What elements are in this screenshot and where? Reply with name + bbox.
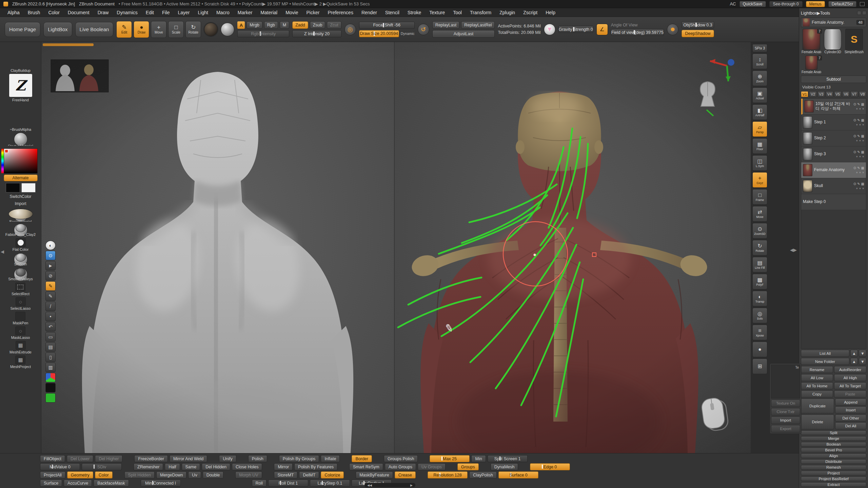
subtool-action-button[interactable]: Copy xyxy=(801,390,833,398)
tool-button[interactable]: Del Higher xyxy=(95,455,122,462)
material-preset[interactable]: SmoothValleys xyxy=(14,268,27,281)
del-other-button[interactable]: Del Other xyxy=(835,414,866,422)
toggle-dot-icon[interactable]: ∘ xyxy=(859,155,861,158)
tool-button[interactable]: MergeDown xyxy=(156,471,186,479)
tool-button[interactable]: Del Lower xyxy=(67,455,93,462)
menu-item[interactable]: Preferences xyxy=(323,8,357,17)
community-icon[interactable]: ☻ xyxy=(667,24,678,35)
texture-action-button[interactable]: Import xyxy=(771,416,800,424)
menu-item[interactable]: Dynamics xyxy=(113,8,141,17)
menu-item[interactable]: Stroke xyxy=(403,8,425,17)
viewport-grid-button[interactable]: ⊞ xyxy=(752,359,767,374)
folder-down-button[interactable]: ▼ xyxy=(859,358,866,365)
zcut-button[interactable]: Zcut xyxy=(327,21,341,29)
replay-icon[interactable]: ↺ xyxy=(418,24,429,35)
tool-button[interactable]: Double xyxy=(203,471,224,479)
switch-color-button[interactable]: SwitchColor xyxy=(9,194,32,200)
toggle-dot-icon[interactable]: ∘ xyxy=(856,155,858,158)
material-preset[interactable]: FabioPaiva_Clay2 xyxy=(14,223,27,237)
replay-last-rel-button[interactable]: ReplayLastRel xyxy=(461,21,495,29)
viewport-tool-button[interactable]: □ Frame xyxy=(752,189,767,205)
menu-item[interactable]: Help xyxy=(541,8,559,17)
toggle-dot-icon[interactable]: ∘ xyxy=(856,186,858,190)
viewport-tool-button[interactable]: ◧ AAHalf xyxy=(752,104,767,120)
menu-item[interactable]: Light xyxy=(194,8,212,17)
subtool-item[interactable]: 10일 여성 2단계 바디 각상 - 하체 ⊙ ✎ ▦ ∘ ∘ ∘ xyxy=(801,99,866,115)
subtool-item[interactable]: Step 2 ⊙ ✎ ▦ ∘ ∘ ∘ xyxy=(801,130,866,146)
tool-button[interactable]: Crease xyxy=(395,471,416,479)
toggle-dot-icon[interactable]: ∘ xyxy=(862,107,864,110)
tool-button[interactable]: Morph UV xyxy=(235,471,262,479)
paint-brush-icon[interactable]: ✎ xyxy=(857,134,860,138)
menu-item[interactable]: Zplugin xyxy=(495,8,519,17)
canvas-scroll-control[interactable]: ◀◀ ▶ xyxy=(364,483,415,487)
right-tray-toggle[interactable]: ◀▶ xyxy=(790,247,797,252)
viewport-tool-button[interactable]: ▱ Persp xyxy=(752,121,767,137)
panel-menu-icon[interactable] xyxy=(862,11,866,15)
toggle-dot-icon[interactable]: ∘ xyxy=(856,170,858,174)
brush-preset[interactable]: ~BrushAlpha xyxy=(9,103,33,131)
toggle-dot-icon[interactable]: ∘ xyxy=(862,170,864,174)
viewport-tool-button[interactable]: ≡ Xpose xyxy=(752,325,767,340)
tool-button[interactable]: SDiv xyxy=(82,463,122,470)
material-preset[interactable]: Smooth xyxy=(14,253,27,266)
polymesh-icon[interactable]: ▦ xyxy=(861,118,864,122)
tool-button[interactable]: Polish By Groups xyxy=(279,455,319,462)
tool-button[interactable]: MaskByFeature xyxy=(356,471,393,479)
hue-strip[interactable] xyxy=(1,149,4,173)
subtool-action-button[interactable]: Merge xyxy=(801,436,866,441)
main-color-swatch[interactable] xyxy=(6,183,20,192)
subtool-action-button[interactable]: Paste xyxy=(834,390,866,398)
gravity-icon[interactable]: ▼ xyxy=(544,24,555,35)
paint-brush-icon[interactable]: ✎ xyxy=(857,150,860,154)
subtool-view-tab[interactable]: V5 xyxy=(834,91,842,97)
canvas-tool-icon[interactable]: ⊙ xyxy=(45,251,56,260)
canvas-tool-icon[interactable]: ◐ xyxy=(45,241,56,250)
polymesh-icon[interactable]: ▦ xyxy=(861,102,864,106)
toggle-dot-icon[interactable]: ∘ xyxy=(859,107,861,110)
tool-button[interactable]: Roll Dist 1 xyxy=(268,480,308,487)
tool-button[interactable]: Edge 0 xyxy=(530,463,570,470)
z-intensity-slider[interactable]: Z Intensity 20 xyxy=(292,30,341,37)
tool-button[interactable]: Del Hidden xyxy=(202,463,230,470)
canvas-tool-icon[interactable]: ▯ xyxy=(45,352,56,362)
canvas-tool-icon[interactable]: / xyxy=(45,302,56,311)
field-of-view-slider[interactable]: Field of view(deg) 39.59775 xyxy=(611,29,664,36)
subtool-action-button[interactable]: Split xyxy=(801,430,866,435)
alternate-button[interactable]: Alternate xyxy=(4,175,38,181)
toggle-dot-icon[interactable]: ∘ xyxy=(859,170,861,174)
subtool-section-title[interactable]: Subtool xyxy=(801,76,866,83)
tool-button[interactable]: Resolution 128 xyxy=(428,471,468,479)
subtool-view-tab[interactable]: V2 xyxy=(809,91,816,97)
tool-button[interactable]: Same xyxy=(182,463,200,470)
viewport-tool-button[interactable]: ◎ Solo xyxy=(752,308,767,323)
tool-button[interactable]: LazyStep 0.1 xyxy=(310,480,350,487)
menu-item[interactable]: Zscript xyxy=(519,8,541,17)
texture-action-button[interactable]: Clone Txtr xyxy=(771,408,800,415)
subtool-action-button[interactable]: AutoReorder xyxy=(834,366,866,373)
canvas-tool-icon[interactable]: ▥ xyxy=(45,363,56,372)
viewport-tool-button[interactable]: ▦ Floor xyxy=(752,138,767,154)
tool-button[interactable]: FreezeBorder xyxy=(134,455,167,462)
current-material-sphere[interactable] xyxy=(221,23,234,36)
delete-button[interactable]: Delete xyxy=(801,414,834,429)
viewport-tool-button[interactable]: ↕ Scroll xyxy=(752,54,767,69)
current-tool-row[interactable]: Female Anatomy. 48 xyxy=(801,18,866,27)
scroll-back-icon[interactable]: ◀◀ xyxy=(367,484,372,487)
canvas-tool-icon[interactable] xyxy=(45,393,56,403)
toggle-dot-icon[interactable]: ∘ xyxy=(862,155,864,158)
m-button[interactable]: M xyxy=(280,21,289,29)
toggle-dot-icon[interactable]: ∘ xyxy=(862,123,864,126)
tool-button[interactable]: Unify xyxy=(219,455,236,462)
tool-thumbnail-cell[interactable]: 7 Female Anatomy xyxy=(802,29,821,54)
toggle-dot-icon[interactable]: ∘ xyxy=(856,139,858,142)
subtool-view-tab[interactable]: V7 xyxy=(850,91,858,97)
menu-item[interactable]: Color xyxy=(44,8,63,17)
tool-button[interactable]: ProjectAll xyxy=(40,471,65,479)
paint-brush-icon[interactable]: ✎ xyxy=(857,182,860,186)
canvas-tool-icon[interactable]: ► xyxy=(45,261,56,270)
rgb-intensity-slider[interactable]: Rgb Intensity xyxy=(237,30,289,37)
visibility-eye-icon[interactable]: ⊙ xyxy=(853,102,856,106)
tool-button[interactable]: Max 25 xyxy=(430,455,470,462)
subtool-action-button[interactable]: Project BasRelief xyxy=(801,476,866,481)
